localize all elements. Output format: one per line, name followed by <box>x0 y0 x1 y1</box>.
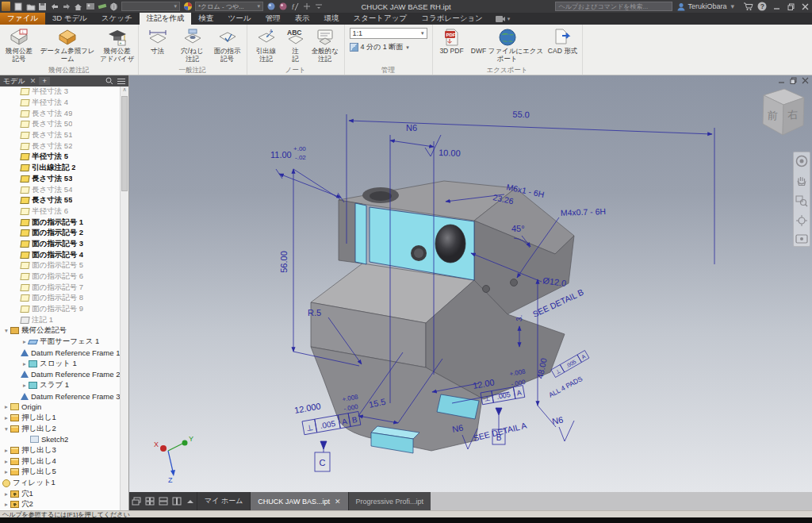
tree-item[interactable]: 長さ寸法 50 <box>0 119 121 130</box>
model-highlight-strip-face[interactable] <box>355 203 366 264</box>
tree-item[interactable]: ▸押し出し1 <box>0 413 121 424</box>
tree-item[interactable]: 半径寸法 5 <box>0 152 121 163</box>
model-pad-screw[interactable] <box>483 286 490 293</box>
tab-manage[interactable]: 管理 <box>258 13 287 25</box>
zoom-window-icon[interactable] <box>795 194 808 207</box>
look-at-icon[interactable] <box>795 234 808 244</box>
hole-thread-note-button[interactable]: 穴/ねじ 注記 <box>175 25 210 63</box>
tree-item[interactable]: 半径寸法 3 <box>0 87 121 98</box>
dim-10[interactable]: 10.00 <box>439 148 461 158</box>
tab-environments[interactable]: 環境 <box>316 13 346 25</box>
export-cad-button[interactable]: CAD 形式 <box>546 25 580 56</box>
viewport-3d[interactable]: 55.0 N6 10.00 11.00 +.00 -.02 56.00 M6x1… <box>129 75 812 492</box>
tree-item[interactable]: 面の指示記号 5 <box>0 260 121 271</box>
redo-icon[interactable] <box>61 2 71 11</box>
color-wheel-icon[interactable] <box>182 2 193 11</box>
tree-item[interactable]: Datum Reference Frame 2 (A|B) <box>0 369 121 380</box>
browser-tab-model[interactable]: モデル <box>3 76 25 87</box>
tab-collaborate[interactable]: コラボレーション <box>414 13 490 25</box>
z-axis-handle[interactable] <box>170 470 175 476</box>
collapse-docbar-icon[interactable] <box>184 492 196 510</box>
globe-icon[interactable] <box>109 2 119 11</box>
pan-hand-icon[interactable] <box>795 175 808 187</box>
undo-icon[interactable] <box>49 2 59 11</box>
browser-scrollbar[interactable]: ∧ <box>120 87 128 510</box>
surface-n6-bottom-right[interactable]: N6 <box>551 415 564 426</box>
fx-icon[interactable]: f <box>289 2 300 11</box>
orbit-icon[interactable] <box>795 214 808 227</box>
tab-progressive-profile[interactable]: Progressive Profi...ipt <box>348 492 431 510</box>
tree-item-origin[interactable]: ▸Origin <box>0 402 121 413</box>
dim-55[interactable]: 55.0 <box>512 110 530 120</box>
tree-item[interactable]: 面の指示記号 6 <box>0 271 121 283</box>
viewport-close-button[interactable] <box>802 77 809 84</box>
dim-r5[interactable]: R.5 <box>308 308 321 317</box>
tree-item[interactable]: 面の指示記号 9 <box>0 304 121 315</box>
save-icon[interactable] <box>37 2 48 11</box>
tab-3d-model[interactable]: 3D モデル <box>45 13 94 25</box>
dim-11-tol-lower[interactable]: -.02 <box>295 154 306 161</box>
close-button[interactable] <box>798 0 812 13</box>
tab-sketch[interactable]: スケッチ <box>94 13 140 25</box>
tree-item[interactable]: ▸スロット 1 <box>0 358 121 369</box>
tab-inspect[interactable]: 検査 <box>191 13 220 25</box>
tree-item[interactable]: 面の指示記号 3 <box>0 239 121 250</box>
tab-annotate[interactable]: 注記を作成 <box>140 13 192 25</box>
tree-item[interactable]: 半径寸法 4 <box>0 98 121 109</box>
tree-item[interactable]: ▸押し出し4 <box>0 456 121 467</box>
browser-tab-close-icon[interactable]: ✕ <box>30 77 36 85</box>
tree-item[interactable]: ▸押し出し5 <box>0 467 121 478</box>
x-axis-handle[interactable] <box>160 445 167 452</box>
tree-item[interactable]: ▸押し出し3 <box>0 445 121 456</box>
tree-item[interactable]: 面の指示記号 7 <box>0 282 121 293</box>
model-bore-hole[interactable] <box>435 225 465 263</box>
dim-11-tol-upper[interactable]: +.00 <box>293 145 306 152</box>
dim-45-deg[interactable]: 45° <box>511 224 525 233</box>
export-dwf-button[interactable]: DWF ファイルにエクスポート <box>469 25 546 63</box>
cascade-windows-icon[interactable] <box>130 492 142 510</box>
browser-add-tab-button[interactable]: + <box>39 77 50 85</box>
dim-12-000[interactable]: 12.000 <box>293 401 321 415</box>
dim-3[interactable]: 3. <box>515 314 524 321</box>
tree-item[interactable]: ▾押し出し2 <box>0 423 121 434</box>
qat-menu-icon[interactable] <box>313 2 324 11</box>
screencast-icon[interactable]: ▾ <box>495 13 511 25</box>
tree-item[interactable]: ▸スラブ 1 <box>0 380 121 391</box>
appearance-combobox[interactable]: *クロム - つや...▾ <box>195 2 263 11</box>
tree-item[interactable]: 長さ寸法 53 <box>0 174 121 185</box>
tab-tools[interactable]: ツール <box>220 13 258 25</box>
scale-combobox[interactable]: 1:1▾ <box>350 28 427 39</box>
inventor-logo-icon[interactable] <box>2 2 10 11</box>
tree-item-gtol-symbols[interactable]: ▾幾何公差記号 <box>0 325 121 336</box>
surface-n6-bottom-left[interactable]: N6 <box>451 423 464 434</box>
3d-pdf-button[interactable]: PDF 3D PDF <box>435 25 469 56</box>
leader-note-button[interactable]: A 引出線 注記 <box>249 25 284 63</box>
tree-item[interactable]: 半径寸法 6 <box>0 206 121 217</box>
material-combobox[interactable]: ▾ <box>121 2 180 11</box>
tab-close-icon[interactable]: ✕ <box>335 498 341 506</box>
y-axis-handle[interactable] <box>182 440 188 446</box>
datum-reference-frame-button[interactable]: データム参照フレーム <box>36 25 98 63</box>
new-file-icon[interactable] <box>13 2 24 11</box>
dim-12-00-tol-lower[interactable]: -.000 <box>511 379 527 388</box>
tree-item[interactable]: ▸穴2 <box>0 499 121 510</box>
tree-item[interactable]: 面の指示記号 4 <box>0 249 121 260</box>
surface-n6-top[interactable]: N6 <box>406 123 417 133</box>
tree-item[interactable]: 長さ寸法 51 <box>0 130 121 141</box>
tree-item[interactable]: 長さ寸法 54 <box>0 184 121 195</box>
tile-windows-icon[interactable] <box>144 492 155 510</box>
open-icon[interactable] <box>25 2 36 11</box>
clear-sphere-icon[interactable] <box>278 2 288 11</box>
tree-item[interactable]: 長さ寸法 49 <box>0 108 121 119</box>
add-qat-icon[interactable] <box>301 2 312 11</box>
general-note-button[interactable]: 全般的な 注記 <box>308 25 343 63</box>
full-navigation-wheel-icon[interactable] <box>795 155 808 167</box>
dimension-button[interactable]: 寸法 <box>140 25 175 56</box>
gtol-advisor-button[interactable]: + 幾何公差 アドバイザ <box>98 25 136 63</box>
tree-item[interactable]: 面の指示記号 1 <box>0 217 121 228</box>
home-icon[interactable] <box>73 2 83 11</box>
section-view-dropdown[interactable]: 4 分の 1 断面 ▾ <box>350 42 409 52</box>
help-search-input[interactable]: ヘルプおよびコマンドを検索... <box>555 2 672 11</box>
gtol-symbol-button[interactable]: ⊥ 幾何公差 記号 <box>2 25 36 63</box>
tab-view[interactable]: 表示 <box>287 13 316 25</box>
